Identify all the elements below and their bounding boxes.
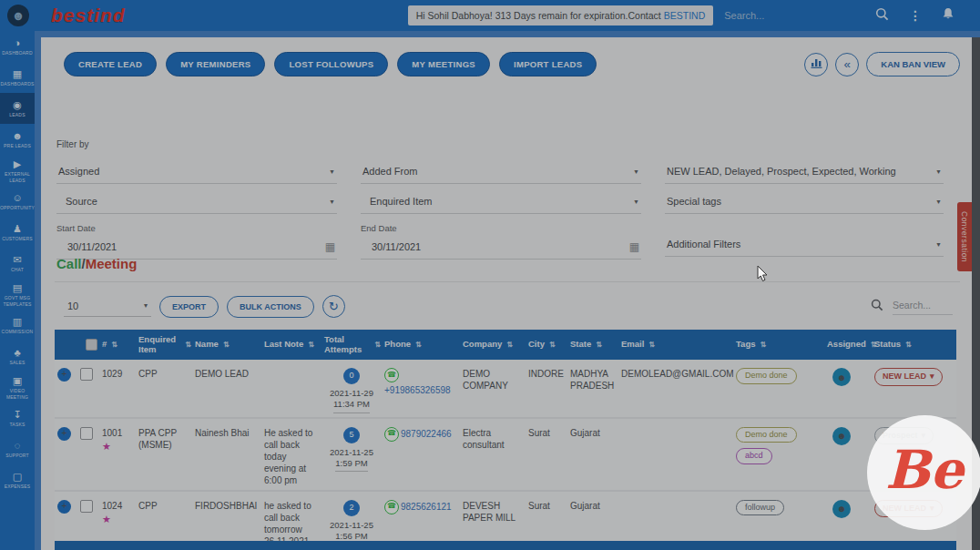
assigned-avatar[interactable]: ☻ [832,427,851,445]
sort-icon[interactable]: ⇅ [549,341,556,349]
kebab-menu-icon[interactable]: ⋮ [909,8,922,23]
import-leads-button[interactable]: IMPORT LEADS [499,52,597,76]
phone-link[interactable]: +919865326598 [384,384,451,396]
lead-name-link[interactable]: DEMO LEAD [193,360,262,383]
column-header-status[interactable]: Status⇅ [873,340,956,350]
export-button[interactable]: EXPORT [159,296,219,318]
row-checkbox[interactable] [80,368,93,381]
search-icon[interactable] [871,299,883,315]
notice-bestind-link[interactable]: BESTIND [664,10,706,21]
sort-icon[interactable]: ⇅ [111,341,117,349]
tag-pill[interactable]: abcd [736,448,772,464]
kanban-view-button[interactable]: KAN BAN VIEW [866,52,960,76]
expand-row-button[interactable]: + [57,368,71,382]
lead-name-link[interactable]: Nainesh Bhai [193,419,262,443]
attempts-badge[interactable]: 5 [343,427,360,443]
sort-icon[interactable]: ⇅ [760,341,766,349]
attempts-badge[interactable]: 2 [343,500,360,516]
tag-pill[interactable]: Demo done [736,427,797,443]
lost-followups-button[interactable]: LOST FOLLOWUPS [274,52,388,76]
column-header-id[interactable]: #⇅ [100,340,137,350]
column-header-city[interactable]: City⇅ [526,340,568,350]
sidebar-item-dashboards[interactable]: ▦DASHBOARDS [0,62,35,93]
sort-icon[interactable]: ⇅ [374,341,381,349]
sort-icon[interactable]: ⇅ [223,341,230,349]
calendar-icon[interactable]: ▦ [629,240,639,253]
status-dropdown[interactable]: NEW LEAD▾ [874,368,943,386]
column-header-state[interactable]: State⇅ [568,340,619,350]
column-header-total-attempts[interactable]: Total Attempts⇅ [322,335,383,355]
sidebar-item-dashboard[interactable]: ◑DASHBOARD [0,31,35,62]
attempts-badge[interactable]: 0 [343,368,360,384]
end-date-input[interactable] [362,241,629,252]
phone-link[interactable]: 9879022466 [401,428,452,440]
bell-icon[interactable] [942,7,954,25]
bestind-logo[interactable]: bestind [51,5,126,26]
lead-id[interactable]: 1024★ [100,492,137,529]
column-header-name[interactable]: Name⇅ [193,340,262,350]
sidebar-item-commission[interactable]: ▥COMMISSION [0,310,35,341]
user-avatar[interactable]: ☻ [7,5,29,26]
sidebar-item-customers[interactable]: ♟CUSTOMERS [0,217,35,248]
whatsapp-icon[interactable]: ☎ [384,427,399,442]
sort-icon[interactable]: ⇅ [415,341,422,349]
sidebar-item-govt-msg-templates[interactable]: ▤GOVT MSG TEMPLATES [0,279,35,310]
column-header-phone[interactable]: Phone⇅ [383,340,461,350]
global-search-input[interactable] [724,10,852,21]
sidebar-item-support[interactable]: ◌SUPPORT [0,433,35,464]
whatsapp-icon[interactable]: ☎ [384,500,399,514]
added-from-filter-select[interactable]: Added From ▼ [361,160,641,184]
sidebar-item-tasks[interactable]: ↧TASKS [0,402,35,433]
conversation-side-tab[interactable]: Conversation [957,202,972,271]
tag-pill[interactable]: followup [736,500,784,516]
source-filter-select[interactable]: Source ▼ [56,190,337,214]
sort-icon[interactable]: ⇅ [506,341,513,349]
collapse-back-button[interactable]: « [835,53,859,76]
sidebar-item-sales[interactable]: ♣SALES [0,341,35,372]
chart-view-button[interactable] [804,53,828,76]
my-reminders-button[interactable]: MY REMINDERS [166,52,265,76]
column-header-tags[interactable]: Tags⇅ [734,340,825,350]
search-icon[interactable] [875,7,889,25]
column-header-last-note[interactable]: Last Note⇅ [262,340,322,350]
lead-status-filter-select[interactable]: NEW LEAD, Delayed, Prospect, Expected, W… [665,160,944,184]
expand-row-button[interactable]: + [57,500,71,514]
expand-row-button[interactable]: + [57,427,71,441]
enquired-item-filter-select[interactable]: Enquired Item ▼ [361,190,641,214]
calendar-icon[interactable]: ▦ [325,240,335,253]
assigned-avatar[interactable]: ☻ [832,368,851,386]
email-link[interactable]: DEMOLEAD@GMAIL.COM [619,360,734,383]
lead-id[interactable]: 1029 [100,360,137,383]
column-header-company[interactable]: Company⇅ [461,340,526,350]
tag-pill[interactable]: Demo done [736,368,797,384]
star-icon[interactable]: ★ [102,513,133,525]
sort-icon[interactable]: ⇅ [905,341,912,349]
create-lead-button[interactable]: CREATE LEAD [64,52,157,76]
sort-icon[interactable]: ⇅ [648,341,655,349]
additional-filters-select[interactable]: Additional Filters ▼ [665,233,944,257]
assigned-avatar[interactable]: ☻ [832,500,851,518]
sidebar-item-video-meeting[interactable]: ▣VIDEO MEETING [0,372,35,402]
lead-id[interactable]: 1001★ [100,419,137,456]
refresh-button[interactable]: ↻ [322,295,345,318]
phone-link[interactable]: 9825626121 [401,501,452,513]
lead-name-link[interactable]: FIRDOSHBHAI [193,492,262,515]
table-search-input[interactable] [893,298,953,315]
row-checkbox[interactable] [80,427,93,440]
sidebar-item-pre-leads[interactable]: ☻PRE LEADS [0,124,35,155]
sort-icon[interactable]: ⇅ [596,341,602,349]
sort-icon[interactable]: ⇅ [185,341,191,349]
start-date-input[interactable] [58,241,325,252]
bulk-actions-button[interactable]: BULK ACTIONS [227,296,314,318]
sidebar-item-chat[interactable]: ✉CHAT [0,248,35,279]
my-meetings-button[interactable]: MY MEETINGS [397,52,490,76]
assigned-filter-select[interactable]: Assigned ▼ [56,160,337,184]
column-header-enquired-item[interactable]: Enquired Item⇅ [137,335,193,355]
column-header-assigned[interactable]: Assigned⇅ [825,340,873,350]
sidebar-item-external-leads[interactable]: ▶EXTERNAL LEADS [0,155,35,186]
sort-icon[interactable]: ⇅ [308,341,314,349]
table-horizontal-scrollbar[interactable] [55,541,956,550]
select-all-checkbox[interactable] [86,339,97,351]
page-size-select[interactable]: 10 ▾ [64,297,151,317]
special-tags-filter-select[interactable]: Special tags ▼ [665,190,944,214]
